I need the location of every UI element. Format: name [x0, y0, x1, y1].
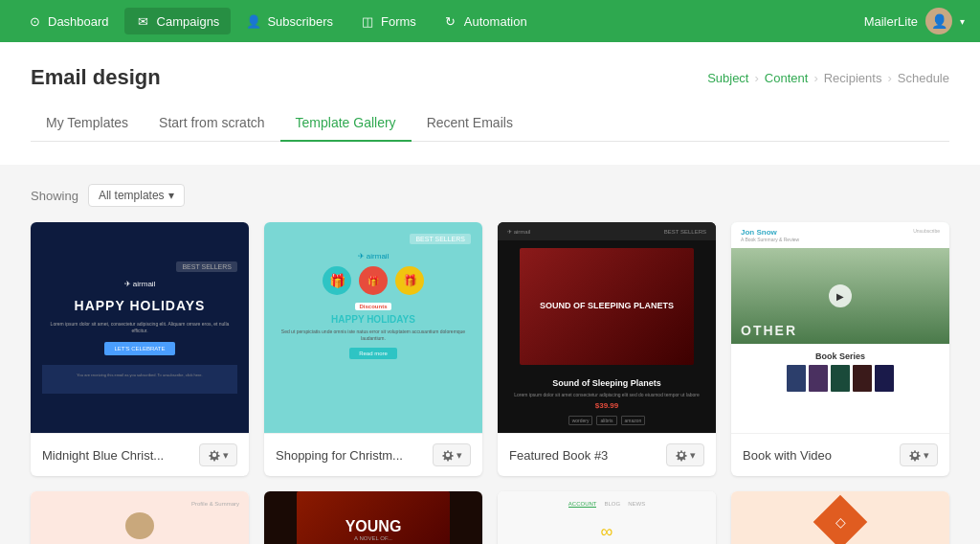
- book-nav-right: BEST SELLERS: [664, 229, 706, 235]
- midnight-footer: You are receiving this email as you subs…: [42, 365, 237, 394]
- newsletter-nav: ACCOUNT BLOG NEWS: [568, 501, 645, 508]
- gear-dropdown-arrow: ▾: [690, 449, 696, 462]
- template-card-jon-snow[interactable]: Profile & Summary Jon Snow A Book Summar…: [31, 491, 249, 544]
- user-dropdown-arrow[interactable]: ▾: [960, 16, 965, 27]
- template-card-featured-book[interactable]: ✈ airmail BEST SELLERS SOUND OF SLEEPING…: [498, 222, 716, 476]
- template-name-book-video: Book with Video: [743, 448, 832, 463]
- shopping-ornaments: 🎁 🎁 🎁: [323, 266, 424, 295]
- ornament-2: 🎁: [359, 266, 388, 295]
- template-card-weekly-newsletter[interactable]: ◇ Weekly Newsletter: [731, 491, 949, 544]
- midnight-logo: ✈ airmail: [124, 280, 156, 288]
- template-gear-btn-featured-book[interactable]: ▾: [666, 443, 704, 466]
- nav-items: ⊙ Dashboard ✉ Campaigns 👤 Subscribers ◫ …: [15, 8, 864, 34]
- shopping-logo: ✈ airmail: [358, 252, 390, 261]
- video-top-bar: Jon Snow A Book Summary & Review Unsubsc…: [731, 222, 949, 248]
- filter-arrow: ▾: [168, 189, 174, 202]
- young-cover-title: YOUNG: [345, 518, 402, 535]
- midnight-tag: BEST SELLERS: [176, 261, 237, 272]
- video-play-button[interactable]: ▶: [829, 284, 852, 307]
- retailer-alibris: alibris: [596, 416, 616, 425]
- gear-icon: [675, 448, 688, 462]
- template-gear-btn-shopping[interactable]: ▾: [433, 443, 471, 466]
- template-thumb-midnight-blue: BEST SELLERS ✈ airmail HAPPY HOLIDAYS Lo…: [31, 222, 249, 433]
- video-profile-name: Jon Snow: [741, 228, 799, 237]
- campaigns-icon: ✉: [136, 13, 151, 29]
- breadcrumb-content[interactable]: Content: [765, 71, 809, 85]
- breadcrumb-sep-2: ›: [813, 71, 817, 85]
- book-retailers: wordery alibris amazon: [568, 416, 646, 425]
- nav-label-campaigns: Campaigns: [157, 14, 220, 29]
- automation-icon: ↻: [443, 13, 458, 29]
- template-name-featured-book: Featured Book #3: [509, 448, 608, 463]
- tab-my-templates[interactable]: My Templates: [31, 105, 144, 142]
- template-thumb-book-video: Jon Snow A Book Summary & Review Unsubsc…: [731, 222, 949, 433]
- nav-blog: BLOG: [604, 501, 620, 508]
- template-thumb-shopping: BEST SELLERS ✈ airmail 🎁 🎁 🎁 Discounts H…: [264, 222, 482, 433]
- book-mini-5: [875, 365, 894, 392]
- video-other-text: OTHER: [741, 323, 797, 338]
- book-cover: SOUND OF SLEEPING PLANETS: [520, 248, 694, 365]
- book-main-title: Sound of Sleeping Planets: [552, 378, 661, 388]
- template-grid: BEST SELLERS ✈ airmail HAPPY HOLIDAYS Lo…: [31, 222, 949, 544]
- book-nav-logo: ✈ airmail: [507, 228, 530, 235]
- book-mini-1: [787, 365, 806, 392]
- nav-item-forms[interactable]: ◫ Forms: [348, 8, 428, 34]
- midnight-footer-text: You are receiving this email as you subs…: [50, 373, 230, 378]
- gallery-area: Showing All templates ▾ BEST SELLERS ✈ a…: [0, 165, 980, 544]
- weekly-diamond-icon: ◇: [835, 514, 846, 530]
- template-card-account-newsletter[interactable]: ACCOUNT BLOG NEWS ∞: [498, 491, 716, 544]
- breadcrumb: Subject › Content › Recipients › Schedul…: [707, 71, 949, 85]
- video-forest-image: ▶ OTHER: [731, 248, 949, 344]
- template-footer-featured-book: Featured Book #3 ▾: [498, 433, 716, 476]
- video-profile-sub: A Book Summary & Review: [741, 237, 799, 242]
- newsletter-logo: ∞: [592, 517, 621, 544]
- breadcrumb-subject[interactable]: Subject: [707, 71, 748, 85]
- gear-icon: [441, 448, 455, 462]
- nav-item-campaigns[interactable]: ✉ Campaigns: [124, 8, 232, 34]
- shopping-discount: Discounts: [355, 303, 390, 310]
- jonsnow-profile-img: [125, 512, 154, 539]
- nav-item-subscribers[interactable]: 👤 Subscribers: [234, 8, 345, 34]
- midnight-cta: LET'S CELEBRATE: [104, 342, 174, 355]
- template-card-shopping[interactable]: BEST SELLERS ✈ airmail 🎁 🎁 🎁 Discounts H…: [264, 222, 482, 476]
- tab-recent-emails[interactable]: Recent Emails: [412, 105, 528, 142]
- gear-dropdown-arrow: ▾: [924, 449, 929, 462]
- tab-start-from-scratch[interactable]: Start from scratch: [144, 105, 279, 142]
- template-gear-btn-midnight[interactable]: ▾: [199, 443, 237, 466]
- nav-label-automation: Automation: [464, 14, 527, 29]
- shopping-cta: Read more: [349, 348, 397, 359]
- weekly-diamond: ◇: [813, 494, 868, 544]
- gear-icon: [908, 448, 922, 462]
- breadcrumb-schedule[interactable]: Schedule: [898, 71, 949, 85]
- page-header: Email design Subject › Content › Recipie…: [31, 65, 949, 90]
- book-description: Lorem ipsum dolor sit amet consectetur a…: [504, 392, 708, 397]
- template-thumb-account-newsletter: ACCOUNT BLOG NEWS ∞: [498, 491, 716, 544]
- book-mini-2: [809, 365, 828, 392]
- shopping-body: Sed ut perspiciatis unde omnis iste natu…: [276, 329, 471, 342]
- template-footer-midnight: Midnight Blue Christ... ▾: [31, 433, 249, 476]
- nav-item-automation[interactable]: ↻ Automation: [432, 8, 539, 34]
- gear-icon: [208, 448, 221, 462]
- book-price: $39.99: [595, 401, 618, 410]
- filter-dropdown[interactable]: All templates ▾: [88, 184, 185, 207]
- user-avatar[interactable]: 👤: [925, 8, 952, 34]
- template-card-midnight-blue[interactable]: BEST SELLERS ✈ airmail HAPPY HOLIDAYS Lo…: [31, 222, 249, 476]
- template-footer-shopping: Shopping for Christm... ▾: [264, 433, 482, 476]
- template-card-young[interactable]: YOUNG A NOVEL OF...: [264, 491, 482, 544]
- nav-news: NEWS: [628, 501, 645, 508]
- jonsnow-tag: Profile & Summary: [191, 501, 239, 507]
- template-card-book-video[interactable]: Jon Snow A Book Summary & Review Unsubsc…: [731, 222, 949, 476]
- tab-template-gallery[interactable]: Template Gallery: [280, 105, 412, 142]
- video-series-title: Book Series: [741, 351, 940, 361]
- template-gear-btn-book-video[interactable]: ▾: [900, 443, 938, 466]
- nav-item-dashboard[interactable]: ⊙ Dashboard: [15, 8, 121, 34]
- breadcrumb-recipients[interactable]: Recipients: [824, 71, 882, 85]
- retailer-amazon: amazon: [621, 416, 646, 425]
- content-area: Email design Subject › Content › Recipie…: [0, 42, 980, 165]
- template-thumb-young: YOUNG A NOVEL OF...: [264, 491, 482, 544]
- book-mini-3: [831, 365, 850, 392]
- subscribers-icon: 👤: [246, 13, 261, 29]
- gear-dropdown-arrow: ▾: [457, 449, 462, 462]
- showing-row: Showing All templates ▾: [31, 184, 949, 207]
- top-navigation: ⊙ Dashboard ✉ Campaigns 👤 Subscribers ◫ …: [0, 0, 980, 42]
